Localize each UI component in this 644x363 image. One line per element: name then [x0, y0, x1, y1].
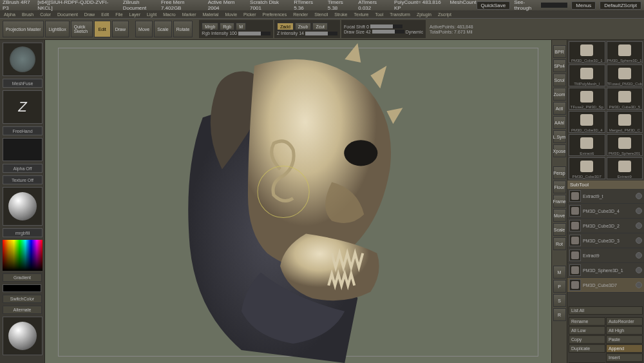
duplicate-btn[interactable]: Duplicate: [569, 344, 605, 353]
focal-slider[interactable]: [370, 25, 402, 28]
menu-item[interactable]: Transform: [390, 12, 410, 17]
brush-selector[interactable]: [3, 43, 43, 76]
menu-item[interactable]: Material: [202, 12, 218, 17]
menu-item[interactable]: Stroke: [334, 12, 347, 17]
tool-thumb[interactable]: PM3D_Cube3D7: [569, 157, 605, 179]
quicksave-btn[interactable]: QuickSave: [477, 1, 511, 10]
quicksketch-btn[interactable]: Quick Sketch: [71, 21, 93, 37]
rgb-intensity-slider[interactable]: [238, 32, 270, 35]
nav-btn[interactable]: Actl: [553, 102, 566, 115]
defaultscript[interactable]: DefaultZScript: [600, 1, 641, 10]
subtool-item[interactable]: PM3D_Cube3D7: [567, 278, 644, 293]
drawsize-slider[interactable]: [372, 30, 404, 34]
subtool-item[interactable]: PM3D_Cube3D_3: [567, 233, 644, 248]
subtool-header[interactable]: SubTool: [567, 181, 644, 189]
copy-btn[interactable]: Copy: [569, 335, 605, 344]
tool-thumb[interactable]: TMPolyMesh_I: [569, 64, 605, 86]
subtool-item[interactable]: PM3D_Cube3D_2: [567, 219, 644, 233]
move-btn[interactable]: Move: [135, 21, 153, 37]
listall-btn[interactable]: List All: [569, 306, 643, 315]
autoreorder-btn[interactable]: AutoReorder: [606, 317, 643, 326]
edit-btn[interactable]: Edit: [94, 21, 111, 37]
menu-item[interactable]: Color: [40, 12, 51, 17]
zadd-btn[interactable]: Zadd: [277, 23, 294, 30]
nav-btn[interactable]: Zoom: [553, 88, 566, 101]
menu-item[interactable]: Edit: [101, 12, 109, 17]
tool-thumb[interactable]: TFused_PM3D_Cub: [607, 64, 643, 86]
menu-item[interactable]: Stencil: [314, 12, 328, 17]
tool-thumb[interactable]: TFuse2_PM3D_Sp: [569, 88, 605, 110]
bpr-btn[interactable]: BPR: [553, 45, 566, 58]
color-picker[interactable]: [3, 240, 43, 271]
alllow-btn[interactable]: All Low: [569, 326, 605, 335]
nav-btn[interactable]: SPx4: [553, 59, 566, 72]
scale-btn[interactable]: Scale: [154, 21, 172, 37]
zsub-btn[interactable]: Zsub: [295, 23, 312, 30]
nav-btn[interactable]: Scrol: [553, 74, 566, 86]
eye-icon[interactable]: [636, 208, 642, 214]
append-btn[interactable]: Append: [606, 344, 643, 353]
gradient-btn[interactable]: Gradient: [3, 273, 42, 282]
dynamic-btn[interactable]: Dynamic: [406, 30, 423, 34]
alternate-btn[interactable]: Alternate: [3, 306, 42, 314]
nav-btn[interactable]: M: [553, 266, 566, 279]
switchcolor-btn[interactable]: SwitchColor: [3, 295, 42, 303]
z-intensity-slider[interactable]: [305, 32, 337, 35]
tool-thumb[interactable]: Extract6: [569, 134, 605, 156]
menu-item[interactable]: Zscript: [438, 12, 451, 17]
paste-btn[interactable]: Paste: [606, 335, 643, 344]
nav-btn[interactable]: S: [553, 294, 566, 307]
menu-item[interactable]: Texture: [354, 12, 368, 17]
floor-btn[interactable]: Floor: [553, 181, 566, 193]
nav-btn[interactable]: AAhl: [553, 116, 566, 129]
tool-thumb[interactable]: Merged_PM3D_C: [607, 111, 643, 133]
rgb-btn[interactable]: Rgb: [220, 23, 234, 30]
nav-scale-btn[interactable]: Scale: [553, 223, 566, 236]
menu-item[interactable]: Macro: [163, 12, 175, 17]
current-color[interactable]: [3, 284, 41, 292]
subtool-item[interactable]: PM3D_Sphere3D_1: [567, 263, 644, 278]
seethrough-slider[interactable]: [541, 3, 567, 8]
nav-btn[interactable]: R: [553, 308, 566, 321]
eye-icon[interactable]: [636, 267, 642, 273]
material-preview[interactable]: [3, 317, 43, 355]
eye-icon[interactable]: [636, 252, 642, 259]
subtool-item[interactable]: Extract9_t: [567, 189, 644, 204]
tool-thumb[interactable]: PM3D_Cube3D_1: [569, 41, 605, 63]
menu-item[interactable]: Document: [57, 12, 78, 17]
eye-icon[interactable]: [636, 222, 642, 229]
subtool-item[interactable]: PM3D_Cube3D_4: [567, 204, 644, 219]
nav-move-btn[interactable]: Move: [553, 209, 566, 222]
nav-btn[interactable]: L.Sym: [553, 130, 566, 143]
nav-btn[interactable]: Xpose: [553, 144, 566, 157]
lightbox-btn[interactable]: LightBox: [45, 21, 69, 37]
m-btn[interactable]: M: [236, 23, 246, 30]
draw-btn[interactable]: Draw: [112, 21, 129, 37]
menus-btn[interactable]: Menus: [571, 1, 596, 10]
menu-item[interactable]: Brush: [22, 12, 33, 17]
menu-item[interactable]: Picker: [243, 12, 256, 17]
menu-item[interactable]: Preferences: [263, 12, 287, 17]
tool-thumb[interactable]: Extract9: [607, 157, 643, 179]
zcut-btn[interactable]: Zcut: [312, 23, 328, 30]
menu-item[interactable]: Marker: [182, 12, 196, 17]
rename-btn[interactable]: Rename: [569, 317, 605, 326]
menu-item[interactable]: Zplugin: [417, 12, 431, 17]
stroke-selector[interactable]: Z: [3, 90, 43, 124]
tool-thumb[interactable]: PM3D_Cube3D_5: [607, 88, 643, 110]
menu-item[interactable]: Light: [147, 12, 156, 17]
projection-master-btn[interactable]: Projection Master: [3, 21, 44, 37]
tool-thumb[interactable]: PM3D_Cube3D_4: [569, 111, 605, 133]
menu-item[interactable]: Tool: [375, 12, 383, 17]
menu-item[interactable]: Render: [293, 12, 308, 17]
menu-item[interactable]: Draw: [84, 12, 95, 17]
nav-btn[interactable]: P: [553, 280, 566, 293]
eye-icon[interactable]: [636, 237, 642, 244]
tool-thumb[interactable]: PM3D_Sphere201: [607, 134, 643, 156]
tool-thumb[interactable]: PM3D_Sphere3D_1: [607, 41, 643, 63]
subtool-item[interactable]: Extract9: [567, 248, 644, 263]
rotate-btn[interactable]: Rotate: [173, 21, 193, 37]
frame-btn[interactable]: Frame: [553, 195, 566, 208]
menu-item[interactable]: Movie: [225, 12, 237, 17]
menu-item[interactable]: Alpha: [4, 12, 15, 17]
